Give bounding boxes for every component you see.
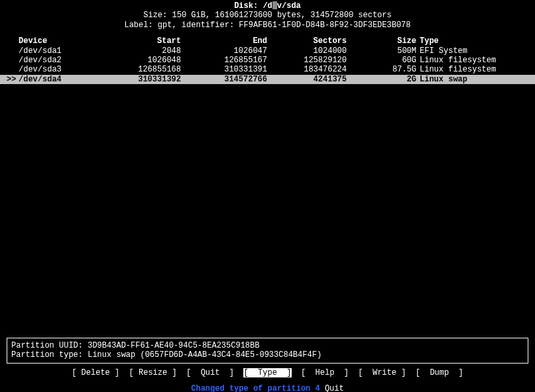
status-message: Changed type of partition 4: [191, 384, 320, 392]
menu-help[interactable]: [ Help ]: [301, 368, 349, 377]
cell-start: 310331392: [91, 75, 181, 84]
cell-end: 1026047: [181, 46, 267, 56]
cell-sectors: 1024000: [267, 46, 347, 56]
partition-uuid: Partition UUID: 3D9B43AD-FF61-AE40-94C5-…: [11, 341, 524, 350]
col-marker: [7, 36, 19, 46]
cell-sectors: 125829120: [267, 56, 347, 65]
cell-type: Linux filesystem: [416, 65, 516, 74]
table-header: Device Start End Sectors Size Type: [7, 36, 528, 46]
cell-size: 60G: [347, 56, 416, 65]
cell-end: 314572766: [181, 75, 267, 84]
cell-type: EFI System: [416, 46, 516, 56]
disk-title: Disk: /dv/sda: [0, 1, 535, 11]
row-marker: >>: [7, 75, 19, 84]
status-bar: Changed type of partition 4 Quit: [0, 384, 535, 392]
cursor-icon: [272, 1, 277, 9]
cell-end: 310331391: [181, 65, 267, 74]
cell-start: 126855168: [91, 65, 181, 74]
col-start-header: Start: [91, 36, 181, 46]
partition-type: Partition type: Linux swap (0657FD6D-A4A…: [11, 350, 524, 360]
col-type-header: Type: [416, 36, 516, 46]
table-row-selected[interactable]: >> /dev/sda4 310331392 314572766 4241375…: [0, 75, 535, 84]
cell-sectors: 4241375: [267, 75, 347, 84]
menu-quit[interactable]: [ Quit ]: [186, 368, 234, 377]
cell-device: /dev/sda3: [19, 65, 91, 74]
col-size-header: Size: [347, 36, 416, 46]
cell-device: /dev/sda1: [19, 46, 91, 56]
cell-size: 2G: [347, 75, 416, 84]
disk-label-id: Label: gpt, identifier: FF9AFB61-1F0D-D8…: [0, 21, 535, 30]
menu-write[interactable]: [ Write ]: [358, 368, 406, 377]
cell-type: Linux filesystem: [416, 56, 516, 65]
menu-dump[interactable]: [ Dump ]: [416, 368, 463, 377]
disk-size: Size: 150 GiB, 161061273600 bytes, 31457…: [0, 11, 535, 20]
cell-size: 87.5G: [347, 65, 416, 74]
row-marker: [7, 46, 19, 56]
cell-size: 500M: [347, 46, 416, 56]
col-sectors-header: Sectors: [267, 36, 347, 46]
partition-table: Device Start End Sectors Size Type /dev/…: [0, 36, 535, 84]
menu-bar: [ Delete ] [ Resize ] [ Quit ] [ Type ] …: [0, 368, 535, 377]
cell-start: 1026048: [91, 56, 181, 65]
cell-type: Linux swap: [416, 75, 516, 84]
cell-device: /dev/sda4: [19, 75, 91, 84]
menu-resize[interactable]: [ Resize ]: [129, 368, 177, 377]
table-row[interactable]: /dev/sda1 2048 1026047 1024000 500M EFI …: [7, 46, 528, 56]
col-end-header: End: [181, 36, 267, 46]
menu-delete[interactable]: [ Delete ]: [72, 368, 119, 377]
status-tail: Quit: [320, 384, 344, 392]
cell-sectors: 183476224: [267, 65, 347, 74]
cell-start: 2048: [91, 46, 181, 56]
table-row[interactable]: /dev/sda2 1026048 126855167 125829120 60…: [7, 56, 528, 65]
col-device-header: Device: [19, 36, 91, 46]
header: Disk: /dv/sda Size: 150 GiB, 16106127360…: [0, 0, 535, 30]
table-row[interactable]: /dev/sda3 126855168 310331391 183476224 …: [7, 65, 528, 74]
partition-info-box: Partition UUID: 3D9B43AD-FF61-AE40-94C5-…: [7, 338, 528, 364]
cell-device: /dev/sda2: [19, 56, 91, 65]
menu-type-selected[interactable]: [ Type ]: [243, 368, 291, 377]
cell-end: 126855167: [181, 56, 267, 65]
row-marker: [7, 56, 19, 65]
row-marker: [7, 65, 19, 74]
